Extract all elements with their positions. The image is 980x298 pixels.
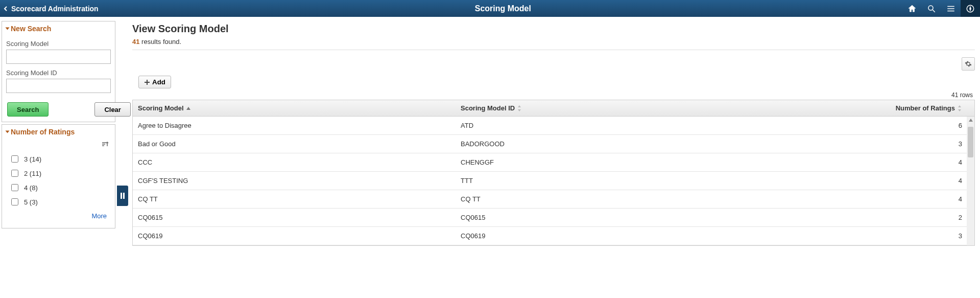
svg-marker-6	[970, 6, 971, 11]
svg-marker-15	[518, 105, 521, 107]
home-icon	[907, 4, 917, 13]
cell-number-of-ratings: 6	[711, 117, 974, 134]
col-header-scoring-model[interactable]: Scoring Model	[133, 100, 456, 116]
content: New Search Scoring Model Scoring Model I…	[0, 17, 980, 246]
cell-number-of-ratings: 4	[711, 190, 974, 208]
ratings-facet-item[interactable]: 2 (11)	[6, 166, 111, 180]
add-button[interactable]: Add	[138, 76, 171, 88]
results-count: 41	[132, 38, 139, 45]
table-row[interactable]: Bad or GoodBADORGOOD3	[133, 135, 974, 153]
table-row[interactable]: CQ0615CQ06152	[133, 209, 974, 227]
page-title: View Scoring Model	[132, 23, 975, 35]
cell-scoring-model-id: BADORGOOD	[456, 135, 711, 153]
breadcrumb-text: Scorecard Administration	[11, 5, 99, 13]
cell-scoring-model: Bad or Good	[133, 135, 456, 153]
cell-scoring-model: CQ TT	[133, 190, 456, 208]
cell-number-of-ratings: 4	[711, 153, 974, 171]
compass-button[interactable]	[961, 0, 980, 17]
breadcrumb[interactable]: Scorecard Administration	[0, 0, 104, 17]
scoring-model-input[interactable]	[6, 50, 111, 64]
table-row[interactable]: CCCCHENGGF4	[133, 153, 974, 172]
scroll-thumb[interactable]	[968, 127, 973, 157]
chevron-left-icon	[3, 6, 8, 11]
ratings-panel: Number of Ratings 3 (14)2 (11)4 (8)5 (3)…	[2, 124, 115, 228]
cell-scoring-model-id: CQ0615	[456, 209, 711, 226]
svg-marker-16	[518, 109, 521, 111]
svg-marker-17	[958, 105, 961, 107]
scoring-model-id-input[interactable]	[6, 79, 111, 93]
scoring-model-id-label: Scoring Model ID	[6, 69, 111, 77]
ratings-facet-checkbox[interactable]	[11, 198, 18, 205]
cell-scoring-model-id: CHENGGF	[456, 153, 711, 171]
grid-settings-button[interactable]	[962, 57, 975, 71]
global-search-button[interactable]	[922, 0, 941, 17]
ratings-facet-checkbox[interactable]	[11, 184, 18, 191]
table-row[interactable]: Agree to DisagreeATD6	[133, 117, 974, 135]
col-header-number-of-ratings[interactable]: Number of Ratings	[711, 100, 974, 116]
home-button[interactable]	[902, 0, 922, 17]
ratings-facet-label: 3 (14)	[24, 155, 41, 163]
results-grid: Scoring Model Scoring Model ID Number of…	[132, 100, 975, 246]
ratings-facet-list: 3 (14)2 (11)4 (8)5 (3)	[6, 152, 111, 209]
ratings-facet-item[interactable]: 4 (8)	[6, 180, 111, 195]
cell-scoring-model-id: ATD	[456, 117, 711, 134]
svg-point-0	[928, 6, 933, 10]
new-search-header[interactable]: New Search	[2, 21, 115, 36]
ratings-more: More	[6, 209, 111, 223]
table-row[interactable]: CGF'S TESTINGTTT4	[133, 172, 974, 190]
main: View Scoring Model 41 results found. Add…	[117, 17, 980, 246]
sort-none-icon	[517, 105, 522, 112]
page-header-title: Scoring Model	[104, 0, 902, 17]
results-summary: 41 results found.	[132, 38, 975, 50]
row-count: 41 rows	[132, 91, 975, 99]
topbar-actions	[902, 0, 980, 17]
ratings-facet-checkbox[interactable]	[11, 155, 18, 163]
sidebar: New Search Scoring Model Scoring Model I…	[0, 17, 117, 231]
svg-marker-19	[969, 119, 973, 122]
menu-button[interactable]	[941, 0, 961, 17]
sort-none-icon	[957, 105, 962, 112]
svg-marker-14	[186, 107, 190, 110]
add-row: Add	[132, 76, 975, 88]
gear-icon	[965, 60, 972, 67]
ratings-body: 3 (14)2 (11)4 (8)5 (3) More	[2, 139, 115, 228]
menu-icon	[946, 4, 955, 13]
ratings-facet-item[interactable]: 3 (14)	[6, 152, 111, 166]
ratings-header[interactable]: Number of Ratings	[2, 125, 115, 139]
search-button-row: Search Clear	[6, 102, 111, 117]
grid-header: Scoring Model Scoring Model ID Number of…	[133, 100, 974, 117]
table-row[interactable]: CQ0619CQ06193	[133, 227, 974, 245]
caret-down-icon	[6, 28, 10, 30]
cell-scoring-model-id: TTT	[456, 172, 711, 190]
ratings-facet-label: 5 (3)	[24, 198, 38, 206]
new-search-title: New Search	[11, 25, 51, 33]
grid-scrollbar[interactable]	[967, 117, 974, 245]
plus-icon	[144, 79, 150, 85]
ratings-more-link[interactable]: More	[91, 212, 107, 220]
cell-scoring-model: CQ0615	[133, 209, 456, 226]
cell-scoring-model: CQ0619	[133, 227, 456, 245]
grid-body: Agree to DisagreeATD6Bad or GoodBADORGOO…	[133, 117, 974, 245]
cell-number-of-ratings: 4	[711, 172, 974, 190]
compass-icon	[966, 4, 975, 13]
ratings-facet-item[interactable]: 5 (3)	[6, 195, 111, 209]
ratings-sort-toggle[interactable]	[6, 141, 111, 149]
cell-scoring-model-id: CQ TT	[456, 190, 711, 208]
cell-number-of-ratings: 3	[711, 227, 974, 245]
table-row[interactable]: CQ TTCQ TT4	[133, 190, 974, 209]
ratings-facet-label: 4 (8)	[24, 184, 38, 192]
search-icon	[927, 4, 936, 13]
col-header-number-of-ratings-label: Number of Ratings	[896, 104, 955, 112]
cell-scoring-model: CGF'S TESTING	[133, 172, 456, 190]
col-header-scoring-model-id[interactable]: Scoring Model ID	[456, 100, 711, 116]
cell-scoring-model: Agree to Disagree	[133, 117, 456, 134]
cell-scoring-model-id: CQ0619	[456, 227, 711, 245]
new-search-panel: New Search Scoring Model Scoring Model I…	[2, 21, 115, 122]
ratings-facet-checkbox[interactable]	[11, 170, 18, 177]
scroll-up-icon	[967, 117, 974, 124]
ratings-facet-label: 2 (11)	[24, 170, 41, 177]
new-search-body: Scoring Model Scoring Model ID Search Cl…	[2, 36, 115, 122]
search-button[interactable]: Search	[7, 102, 49, 117]
cell-scoring-model: CCC	[133, 153, 456, 171]
grid-tools	[132, 57, 975, 71]
